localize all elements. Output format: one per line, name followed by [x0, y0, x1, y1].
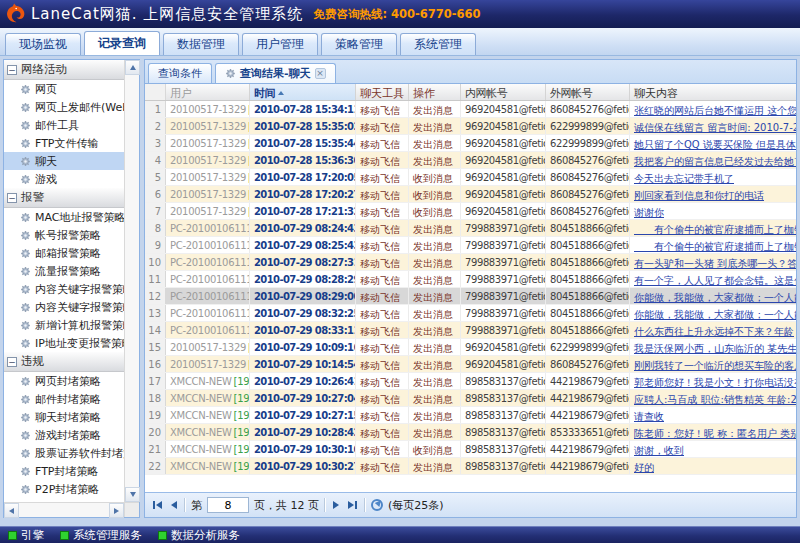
chat-content-link[interactable]: 有个偷牛的被官府逮捕而上了枷锁。熟人！ — [634, 224, 796, 235]
sidebar-item[interactable]: 聊天 — [4, 152, 124, 170]
first-page-button[interactable] — [151, 496, 164, 514]
sidebar-item[interactable]: FTP文件传输 — [4, 134, 124, 152]
table-row[interactable]: 21 XMCCN-NEW[19: 2010-07-29 10:30:10 移动飞… — [145, 441, 796, 458]
sidebar-item[interactable]: 邮件工具 — [4, 116, 124, 134]
sidebar-item[interactable]: 聊天封堵策略 — [4, 408, 124, 426]
menu-tab[interactable]: 策略管理 — [321, 33, 397, 55]
column-header-time[interactable]: 时间 — [250, 84, 356, 100]
chat-content-link[interactable]: 应聘人:马百成 职位:销售精英 年龄:24 性别(0男 — [634, 394, 796, 405]
sidebar-item[interactable]: 内容关键字报警策略.网 — [4, 280, 124, 298]
table-row[interactable]: 6 20100517-1329[1 2010-07-28 17:20:27 移动… — [145, 186, 796, 203]
sidebar-item[interactable]: 帐号报警策略 — [4, 226, 124, 244]
table-row[interactable]: 5 20100517-1329[1 2010-07-28 17:20:05 移动… — [145, 169, 796, 186]
sidebar-item[interactable]: P2P封堵策略 — [4, 480, 124, 498]
chat-content-link[interactable]: 谢谢，收到 — [634, 445, 684, 456]
table-row[interactable]: 12 PC-20100106111 2010-07-29 08:29:00 移动… — [145, 288, 796, 305]
sidebar-item[interactable]: FTP封堵策略 — [4, 462, 124, 480]
chat-content-link[interactable]: 她只留了个QQ 说要买保险 但是具体的您回去 — [634, 139, 796, 150]
menu-tab[interactable]: 记录查询 — [84, 31, 160, 55]
column-header-tool[interactable]: 聊天工具 — [356, 84, 409, 100]
sidebar-item[interactable]: IP地址变更报警策略 — [4, 334, 124, 352]
menu-tab[interactable]: 系统管理 — [400, 33, 476, 55]
last-page-button[interactable] — [346, 496, 359, 514]
prev-page-button[interactable] — [169, 496, 179, 514]
table-row[interactable]: 9 PC-20100106111 2010-07-29 08:25:43 移动飞… — [145, 237, 796, 254]
column-header-internal-account[interactable]: 内网帐号 — [461, 84, 546, 100]
table-row[interactable]: 2 20100517-1329[1 2010-07-28 15:35:02 移动… — [145, 118, 796, 135]
table-row[interactable]: 11 PC-20100106111 2010-07-29 08:28:29 移动… — [145, 271, 796, 288]
table-row[interactable]: 13 PC-20100106111 2010-07-29 08:32:25 移动… — [145, 305, 796, 322]
chat-content-link[interactable]: 郭老师您好！我是小文！打你电话没有接，有 — [634, 377, 796, 388]
scroll-up-icon[interactable] — [125, 60, 140, 75]
chat-content-link[interactable]: 刚回家看到信息和你打的电话 — [634, 190, 764, 201]
table-row[interactable]: 18 XMCCN-NEW[19: 2010-07-29 10:27:04 移动飞… — [145, 390, 796, 407]
sidebar-item[interactable]: 游戏封堵策略 — [4, 426, 124, 444]
sidebar-item[interactable]: 邮件封堵策略 — [4, 390, 124, 408]
sidebar-item[interactable]: 网页上发邮件(Web Mai — [4, 98, 124, 116]
sidebar-group-header[interactable]: − 报警 — [4, 188, 124, 208]
sidebar-item[interactable]: 游戏 — [4, 170, 124, 188]
scroll-down-icon[interactable] — [125, 487, 140, 502]
chat-content-link[interactable]: 好的 — [634, 462, 654, 473]
chat-content-link[interactable]: 我把客户的留言信息已经发过去给她了 — [634, 156, 796, 167]
table-row[interactable]: 14 PC-20100106111 2010-07-29 08:33:11 移动… — [145, 322, 796, 339]
scroll-right-icon[interactable] — [109, 503, 124, 518]
tab-query-results[interactable]: 查询结果-聊天 × — [215, 63, 336, 83]
chat-content-link[interactable]: 张红晓的网站后台她不懂运用 这个您有空记得 — [634, 105, 796, 116]
sidebar-horizontal-scrollbar[interactable] — [4, 502, 124, 517]
table-row[interactable]: 4 20100517-1329[1 2010-07-28 15:36:30 移动… — [145, 152, 796, 169]
table-row[interactable]: 8 PC-20100106111 2010-07-29 08:24:43 移动飞… — [145, 220, 796, 237]
sidebar-item[interactable]: MAC地址报警策略 — [4, 208, 124, 226]
collapse-icon[interactable]: − — [7, 357, 17, 367]
table-row[interactable]: 20 XMCCN-NEW[19: 2010-07-29 10:28:42 移动飞… — [145, 424, 796, 441]
menu-tab[interactable]: 数据管理 — [163, 33, 239, 55]
chat-content-link[interactable]: 刚刚我转了一个临沂的想买车险的客户给张红 — [634, 360, 796, 371]
tab-query-conditions[interactable]: 查询条件 — [148, 63, 212, 83]
menu-tab[interactable]: 用户管理 — [242, 33, 318, 55]
chat-content-link[interactable]: 有一个字，人人见了都会念错。这是什么字？ — [634, 275, 796, 286]
chat-content-link[interactable]: 我是沃保网小西，山东临沂的 某先生1386497 — [634, 343, 796, 354]
table-row[interactable]: 3 20100517-1329[1 2010-07-28 15:35:44 移动… — [145, 135, 796, 152]
chat-content-link[interactable]: 谢谢你 — [634, 207, 664, 218]
table-row[interactable]: 15 20100517-1329[1 2010-07-29 10:09:16 移… — [145, 339, 796, 356]
menu-tab[interactable]: 现场监视 — [5, 33, 81, 55]
sidebar-vertical-scrollbar[interactable] — [124, 60, 139, 502]
collapse-icon[interactable]: − — [7, 65, 17, 75]
chat-content-link[interactable]: 你能做，我能做，大家都做；一个人能做，两 — [634, 309, 796, 320]
sidebar-item[interactable]: 新增计算机报警策略 — [4, 316, 124, 334]
chat-content-link[interactable]: 什么东西往上升永远掉不下来？年龄 — [634, 326, 794, 337]
scroll-left-icon[interactable] — [4, 503, 19, 518]
chat-content-link[interactable]: 有一头驴和一头猪 到底杀哪一头？答案：杀猪 — [634, 258, 796, 269]
sidebar-item-label: 网页 — [35, 82, 57, 97]
close-icon[interactable]: × — [315, 68, 326, 79]
chat-content-link[interactable]: 今天出去忘记带手机了 — [634, 173, 734, 184]
column-header-user[interactable]: 用户 — [166, 84, 250, 100]
table-row[interactable]: 7 20100517-1329[1 2010-07-28 17:21:32 移动… — [145, 203, 796, 220]
page-number-input[interactable] — [207, 497, 249, 513]
sidebar-group-header[interactable]: − 网络活动 — [4, 60, 124, 80]
table-row[interactable]: 16 20100517-1329[1 2010-07-29 10:14:54 移… — [145, 356, 796, 373]
chat-content-link[interactable]: 请查收 — [634, 411, 664, 422]
sidebar-item[interactable]: 邮箱报警策略 — [4, 244, 124, 262]
table-row[interactable]: 19 XMCCN-NEW[19: 2010-07-29 10:27:15 移动飞… — [145, 407, 796, 424]
table-row[interactable]: 17 XMCCN-NEW[19: 2010-07-29 10:26:41 移动飞… — [145, 373, 796, 390]
column-header-operation[interactable]: 操作 — [409, 84, 461, 100]
sidebar-item[interactable]: 网页封堵策略 — [4, 372, 124, 390]
column-header-chat-content[interactable]: 聊天内容 — [630, 84, 796, 100]
refresh-icon[interactable] — [371, 499, 383, 511]
collapse-icon[interactable]: − — [7, 193, 17, 203]
table-row[interactable]: 10 PC-20100106111 2010-07-29 08:27:31 移动… — [145, 254, 796, 271]
next-page-button[interactable] — [331, 496, 341, 514]
column-header-external-account[interactable]: 外网帐号 — [546, 84, 630, 100]
sidebar-item[interactable]: 股票证券软件封堵策略 — [4, 444, 124, 462]
chat-content-link[interactable]: 你能做，我能做，大家都做；一个人能做，两 — [634, 292, 796, 303]
chat-content-link[interactable]: 诚信保在线留言 留言时间: 2010-7-28 10:50:0 — [634, 122, 796, 133]
chat-content-link[interactable]: 陈老师：您好！昵 称：匿名用户 类别：未知 — [634, 428, 796, 439]
table-row[interactable]: 1 20100517-1329[1 2010-07-28 15:34:11 移动… — [145, 101, 796, 118]
sidebar-item[interactable]: 流量报警策略 — [4, 262, 124, 280]
sidebar-group-header[interactable]: − 违规 — [4, 352, 124, 372]
chat-content-link[interactable]: 有个偷牛的被官府逮捕而上了枷锁。熟人！ — [634, 241, 796, 252]
sidebar-item[interactable]: 内容关键字报警策略.邮 — [4, 298, 124, 316]
sidebar-item[interactable]: 网页 — [4, 80, 124, 98]
table-row[interactable]: 22 XMCCN-NEW[19: 2010-07-29 10:30:27 移动飞… — [145, 458, 796, 475]
